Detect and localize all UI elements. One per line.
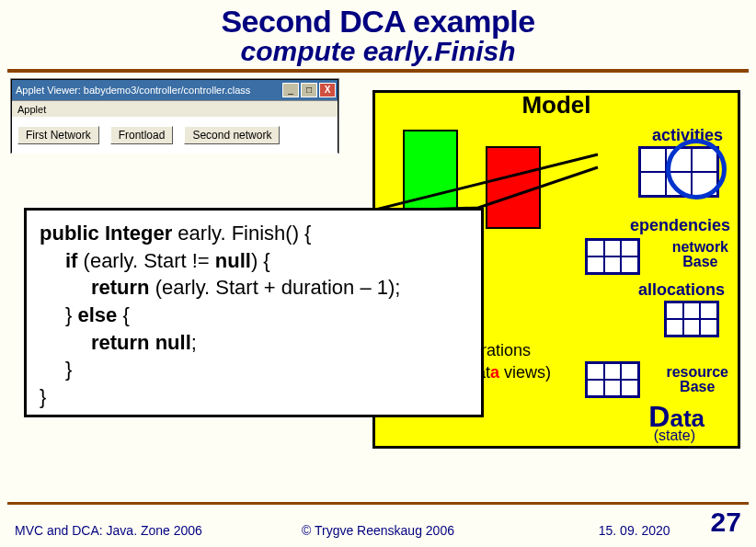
applet-window: Applet Viewer: babydemo3/controller/cont… — [11, 79, 338, 153]
resource-base-label: resource Base — [666, 365, 728, 394]
footer-divider — [7, 502, 749, 505]
allocations-grid — [664, 301, 719, 337]
window-maximize-button[interactable]: □ — [301, 83, 317, 97]
footer-left: MVC and DCA: Java. Zone 2006 — [15, 523, 257, 538]
second-network-button[interactable]: Second network — [184, 126, 280, 144]
first-network-button[interactable]: First Network — [17, 126, 99, 144]
applet-titlebar: Applet Viewer: babydemo3/controller/cont… — [12, 80, 338, 100]
state-label: (state) — [654, 427, 695, 444]
callout-pointer — [368, 147, 607, 211]
footer-date: 15. 09. 2020 — [599, 523, 670, 538]
dependencies-grid — [585, 238, 640, 275]
page-number: 27 — [711, 507, 741, 538]
frontload-button[interactable]: Frontload — [110, 126, 174, 144]
dependencies-label: ependencies — [630, 216, 730, 235]
slide-title: Second DCA example — [0, 4, 756, 40]
footer-copyright: © Trygve Reenskaug 2006 — [257, 523, 498, 538]
window-minimize-button[interactable]: _ — [282, 83, 299, 97]
resource-grid — [585, 361, 640, 398]
network-base-label: network Base — [672, 240, 728, 269]
window-close-button[interactable]: X — [319, 83, 336, 97]
model-title: Model — [521, 91, 590, 120]
highlight-circle — [666, 139, 727, 199]
code-callout: public Integer early. Finish() { if (ear… — [24, 208, 484, 417]
slide-footer: MVC and DCA: Java. Zone 2006 © Trygve Re… — [0, 507, 756, 538]
allocations-label: allocations — [638, 280, 725, 300]
applet-sub-label: Applet — [12, 100, 338, 117]
applet-title-text: Applet Viewer: babydemo3/controller/cont… — [16, 85, 250, 96]
title-divider — [7, 69, 749, 73]
slide-subtitle: compute early.Finish — [0, 36, 756, 67]
